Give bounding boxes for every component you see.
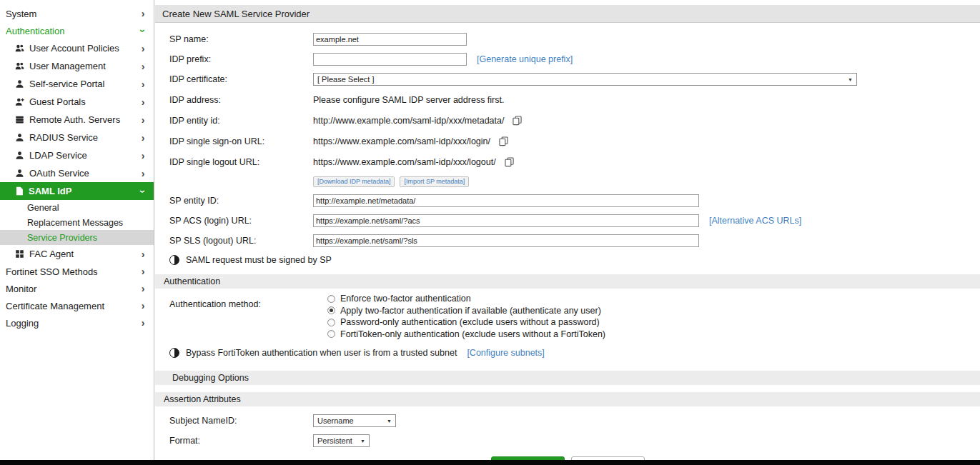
sidebar-item-general[interactable]: General	[0, 200, 154, 215]
chevron-down-icon: ›	[138, 27, 148, 34]
sidebar-item-self-service-portal[interactable]: Self-service Portal ›	[0, 75, 154, 93]
row-bypass-toggle: Bypass FortiToken authentication when us…	[155, 344, 980, 362]
sidebar-item-label: RADIUS Service	[29, 132, 134, 143]
copy-icon[interactable]	[513, 116, 522, 126]
sidebar-item-label: Remote Auth. Servers	[29, 114, 134, 125]
sidebar-item-label: Fortinet SSO Methods	[6, 266, 139, 277]
sidebar-item-monitor[interactable]: Monitor ›	[0, 280, 154, 297]
radio-selected-icon[interactable]	[327, 306, 335, 314]
bypass-fortitoken-toggle[interactable]	[169, 348, 179, 358]
download-idp-metadata-button[interactable]: [Download IDP metadata]	[313, 176, 395, 187]
user-icon	[15, 169, 24, 178]
chevron-right-icon: ›	[139, 61, 147, 71]
sidebar-item-fortinet-sso-methods[interactable]: Fortinet SSO Methods ›	[0, 263, 154, 280]
chevron-right-icon: ›	[139, 318, 147, 328]
sidebar-item-oauth-service[interactable]: OAuth Service ›	[0, 164, 154, 182]
user-icon	[15, 151, 24, 160]
sp-name-label: SP name:	[169, 34, 313, 44]
format-select[interactable]: Persistent ▼	[313, 434, 370, 447]
sidebar-item-label: LDAP Service	[29, 150, 134, 161]
radio-icon[interactable]	[327, 295, 335, 303]
sidebar-item-authentication[interactable]: Authentication ›	[0, 22, 154, 39]
user-icon	[15, 79, 24, 89]
row-sp-sls-url: SP SLS (logout) URL:	[155, 231, 980, 251]
import-sp-metadata-button[interactable]: [Import SP metadata]	[400, 176, 469, 187]
assertion-attributes-section-header: Assertion Attributes	[155, 392, 980, 406]
sp-acs-url-input[interactable]	[313, 214, 699, 227]
page-title-bar: Create New SAML Service Provider	[155, 5, 980, 23]
user-icon	[15, 133, 24, 142]
idp-certificate-select[interactable]: [ Please Select ] ▼	[313, 73, 857, 86]
sidebar-item-replacement-messages[interactable]: Replacement Messages	[0, 215, 154, 230]
sidebar-item-label: Logging	[6, 318, 139, 329]
sp-entity-id-input[interactable]	[313, 194, 699, 207]
sidebar-item-label: SAML IdP	[29, 186, 134, 196]
row-saml-signed-toggle: SAML request must be signed by SP	[155, 251, 980, 269]
sidebar-item-label: Certificate Management	[6, 301, 139, 311]
sidebar-item-user-account-policies[interactable]: User Account Policies ›	[0, 39, 154, 57]
idp-entity-id-value: http://www.example.com/saml-idp/xxx/meta…	[313, 116, 504, 126]
select-arrow-icon: ▼	[841, 77, 853, 82]
copy-icon[interactable]	[499, 136, 508, 146]
auth-option-fortitoken-only[interactable]: FortiToken-only authentication (exclude …	[327, 329, 605, 341]
idp-address-text: Please configure SAML IDP server address…	[313, 95, 504, 105]
sidebar-item-label: User Management	[29, 61, 134, 71]
idp-address-label: IDP address:	[169, 95, 313, 105]
sidebar-item-logging[interactable]: Logging ›	[0, 314, 154, 331]
idp-certificate-value: [ Please Select ]	[317, 75, 375, 84]
generate-unique-prefix-link[interactable]: [Generate unique prefix]	[477, 54, 573, 64]
document-icon	[15, 186, 24, 196]
sidebar-item-label: Replacement Messages	[27, 218, 123, 228]
sidebar-item-saml-idp[interactable]: SAML IdP ›	[0, 182, 154, 200]
sidebar-item-label: System	[6, 9, 139, 19]
sidebar: System › Authentication › User Account P…	[0, 0, 154, 460]
saml-signed-toggle[interactable]	[169, 255, 179, 265]
sidebar-item-user-management[interactable]: User Management ›	[0, 57, 154, 75]
auth-option-enforce-2fa[interactable]: Enforce two-factor authentication	[327, 293, 605, 305]
sidebar-item-label: Authentication	[6, 26, 139, 36]
chevron-right-icon: ›	[139, 151, 147, 161]
format-value: Persistent	[317, 436, 352, 445]
sidebar-item-label: Service Providers	[27, 233, 97, 243]
radio-icon[interactable]	[327, 330, 335, 338]
sidebar-item-radius-service[interactable]: RADIUS Service ›	[0, 129, 154, 146]
chevron-right-icon: ›	[139, 169, 147, 179]
idp-slo-url-value: https://www.example.com/saml-idp/xxx/log…	[313, 157, 496, 167]
auth-option-apply-2fa[interactable]: Apply two-factor authentication if avail…	[327, 305, 605, 317]
idp-sso-url-label: IDP single sign-on URL:	[169, 136, 313, 146]
page-title: Create New SAML Service Provider	[162, 9, 310, 19]
configure-subnets-link[interactable]: [Configure subnets]	[467, 348, 544, 358]
alternative-acs-urls-link[interactable]: [Alternative ACS URLs]	[709, 216, 801, 226]
idp-prefix-label: IDP prefix:	[169, 54, 313, 64]
sidebar-item-label: OAuth Service	[29, 168, 134, 179]
sidebar-item-guest-portals[interactable]: Guest Portals ›	[0, 93, 154, 111]
idp-certificate-label: IDP certificate:	[169, 74, 313, 84]
chevron-right-icon: ›	[139, 44, 147, 54]
auth-method-label: Authentication method:	[169, 293, 313, 309]
sp-sls-url-input[interactable]	[313, 234, 699, 247]
auth-option-password-only[interactable]: Password-only authentication (exclude us…	[327, 316, 605, 329]
sidebar-item-label: Monitor	[6, 284, 139, 294]
sidebar-item-fac-agent[interactable]: FAC Agent ›	[0, 245, 154, 263]
row-idp-slo-url: IDP single logout URL: https://www.examp…	[155, 151, 980, 172]
sidebar-item-certificate-management[interactable]: Certificate Management ›	[0, 297, 154, 314]
copy-icon[interactable]	[505, 157, 514, 167]
sidebar-item-system[interactable]: System ›	[0, 5, 154, 22]
row-sp-name: SP name:	[155, 29, 980, 49]
format-label: Format:	[169, 436, 313, 446]
sp-name-input[interactable]	[313, 33, 467, 46]
row-metadata-buttons: [Download IDP metadata] [Import SP metad…	[155, 172, 980, 191]
chevron-right-icon: ›	[139, 266, 147, 276]
sidebar-item-service-providers[interactable]: Service Providers	[0, 230, 154, 245]
radio-icon[interactable]	[327, 319, 335, 326]
sidebar-item-ldap-service[interactable]: LDAP Service ›	[0, 146, 154, 164]
chevron-down-icon: ›	[138, 188, 148, 195]
row-idp-sso-url: IDP single sign-on URL: https://www.exam…	[155, 131, 980, 151]
subject-nameid-select[interactable]: Username ▼	[313, 414, 396, 427]
debugging-options-section-header[interactable]: Debugging Options	[155, 371, 980, 385]
row-sp-entity-id: SP entity ID:	[155, 191, 980, 211]
idp-prefix-input[interactable]	[313, 53, 467, 66]
sidebar-item-remote-auth-servers[interactable]: Remote Auth. Servers ›	[0, 111, 154, 129]
idp-sso-url-value: https://www.example.com/saml-idp/xxx/log…	[313, 136, 490, 146]
row-subject-nameid: Subject NameID: Username ▼	[155, 411, 980, 431]
